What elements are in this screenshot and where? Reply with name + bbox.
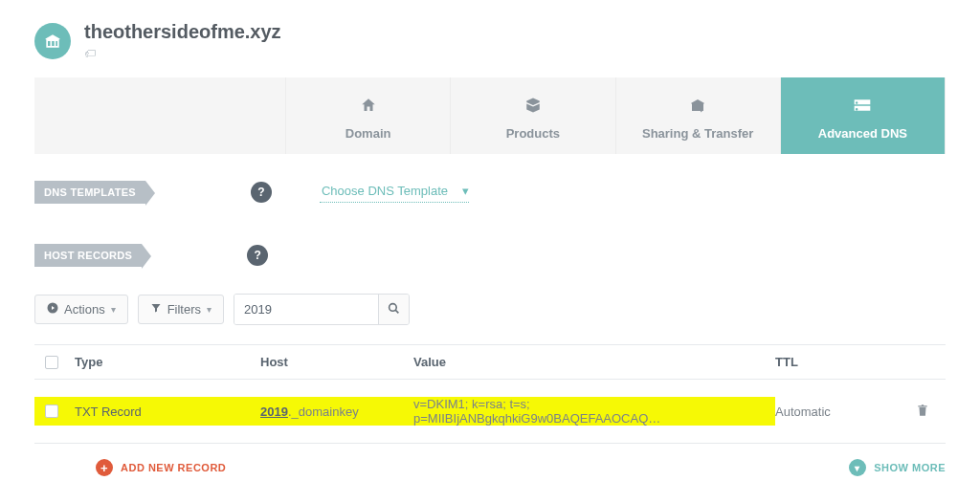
show-more-button[interactable]: ▾ SHOW MORE <box>849 459 946 476</box>
select-all-checkbox[interactable] <box>45 356 58 369</box>
server-icon <box>791 97 935 119</box>
table-header: Type Host Value TTL <box>34 344 946 380</box>
tab-domain[interactable]: Domain <box>286 77 451 154</box>
main-tabs: Domain Products Sharing & Transfer Advan… <box>34 77 946 154</box>
help-icon[interactable]: ? <box>251 182 272 203</box>
box-icon <box>460 97 605 119</box>
row-ttl[interactable]: Automatic <box>775 404 900 419</box>
search-box <box>234 294 410 325</box>
share-icon <box>626 97 770 119</box>
search-button[interactable] <box>378 295 409 324</box>
tab-sharing[interactable]: Sharing & Transfer <box>616 77 781 154</box>
domain-logo <box>34 23 71 59</box>
row-checkbox[interactable] <box>45 404 58 418</box>
domain-title: theothersideofme.xyz <box>84 21 281 43</box>
filters-button[interactable]: Filters ▾ <box>138 295 224 324</box>
svg-point-1 <box>390 303 397 311</box>
chevron-down-icon: ▾ <box>111 304 116 315</box>
actions-button[interactable]: Actions ▾ <box>34 295 128 324</box>
tab-spacer <box>34 77 286 154</box>
add-new-record-button[interactable]: + ADD NEW RECORD <box>96 459 226 476</box>
row-type: TXT Record <box>69 404 260 419</box>
delete-icon[interactable] <box>916 404 929 421</box>
tab-products[interactable]: Products <box>451 77 615 154</box>
home-icon <box>296 97 440 119</box>
chevron-down-icon: ▾ <box>207 304 212 315</box>
tab-advanced-dns[interactable]: Advanced DNS <box>781 77 946 154</box>
dns-template-select[interactable]: Choose DNS Template <box>320 182 469 203</box>
search-input[interactable] <box>234 295 378 324</box>
filter-icon <box>150 302 162 317</box>
host-records-badge: HOST RECORDS <box>34 244 142 267</box>
plus-icon: + <box>96 459 113 476</box>
header-type[interactable]: Type <box>69 355 260 369</box>
chevron-down-icon: ▾ <box>849 459 866 476</box>
tag-icon[interactable]: 🏷 <box>84 47 281 60</box>
play-icon <box>47 302 58 317</box>
row-host[interactable]: 2019._domainkey <box>260 404 413 419</box>
row-value: v=DKIM1; k=rsa; t=s; p=MIIBIjANBgkqhkiG9… <box>413 397 775 426</box>
header-ttl[interactable]: TTL <box>775 355 900 369</box>
svg-line-2 <box>395 310 398 313</box>
header-value[interactable]: Value <box>413 355 775 369</box>
dns-templates-badge: DNS TEMPLATES <box>34 181 145 204</box>
header-host[interactable]: Host <box>260 355 413 369</box>
table-row[interactable]: TXT Record 2019._domainkey v=DKIM1; k=rs… <box>34 380 946 444</box>
help-icon[interactable]: ? <box>247 245 268 266</box>
